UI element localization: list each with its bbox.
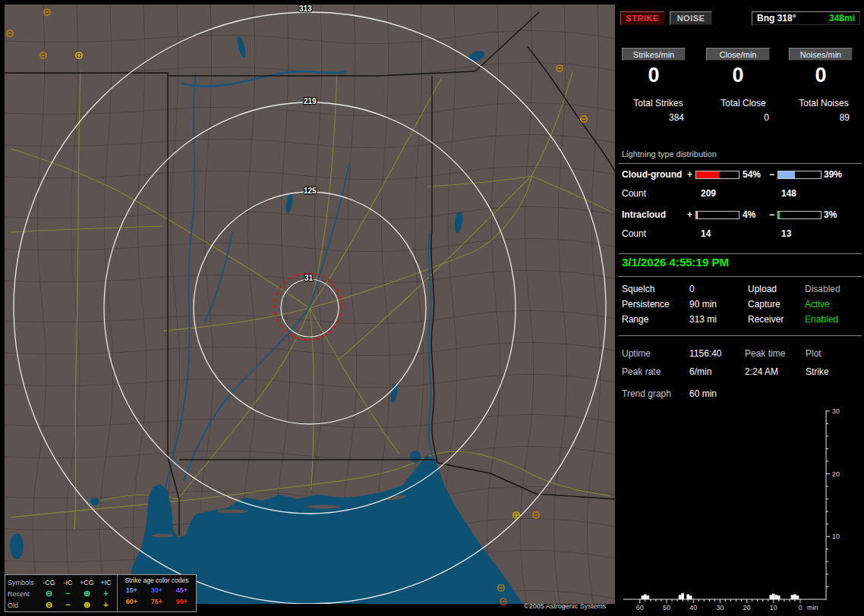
legend-age-row-old: 60+ 75+ 90+ — [119, 596, 194, 607]
svg-text:20: 20 — [832, 470, 840, 478]
strike-tab-button[interactable]: STRIKE — [620, 11, 664, 25]
peak-time-label: Peak time — [745, 348, 785, 359]
age-90: 90+ — [169, 598, 194, 605]
plus-sign: + — [687, 169, 692, 180]
squelch-value: 0 — [689, 284, 695, 294]
legend-col-neg-ic: -IC — [58, 579, 77, 586]
range-ring-label: 125 — [304, 187, 317, 195]
noise-tab-button[interactable]: NOISE — [670, 11, 712, 25]
svg-text:20: 20 — [743, 604, 751, 611]
trend-window-value: 60 min — [689, 388, 717, 399]
upload-label: Upload — [748, 284, 777, 294]
range-ring-label: 31 — [304, 274, 313, 282]
minus-sign: − — [769, 169, 774, 180]
svg-text:10: 10 — [832, 533, 840, 540]
close-per-min-value: 0 — [706, 64, 770, 86]
uptime-value: 1156:40 — [689, 348, 722, 359]
legend-age-row-recent: 15+ 30+ 45+ — [119, 584, 194, 596]
receiver-status: Enabled — [805, 314, 838, 325]
minus-sign: − — [769, 209, 774, 220]
clock-display: 3/1/2026 4:55:19 PM — [622, 256, 729, 269]
noises-per-min-value: 0 — [789, 64, 853, 86]
pos-ic-recent-icon: + — [96, 589, 115, 599]
range-label: Range — [622, 314, 648, 325]
neg-cg-old-icon: ⊖ — [39, 600, 58, 610]
noises-per-min-label: Noises/min — [789, 48, 853, 61]
divider — [619, 335, 862, 336]
svg-text:30: 30 — [716, 604, 724, 611]
peak-time-value: 2:24 AM — [745, 366, 778, 377]
legend-col-neg-cg: -CG — [39, 579, 58, 586]
plot-value: Strike — [806, 366, 829, 377]
total-close-value: 0 — [705, 112, 781, 123]
uptime-label: Uptime — [622, 348, 651, 359]
trend-bars — [642, 593, 799, 599]
bearing-value: Bng 318° — [757, 13, 796, 24]
ic-pos-bar-fill — [696, 212, 698, 218]
svg-text:40: 40 — [689, 604, 697, 611]
trend-axis-ticks — [640, 411, 830, 603]
svg-text:60: 60 — [636, 604, 644, 611]
svg-text:30: 30 — [832, 407, 840, 415]
map-legend: Symbols -CG -IC +CG +IC Recent ⊖ − ⊕ + O… — [5, 574, 197, 612]
pos-cg-old-icon: ⊕ — [77, 600, 96, 610]
control-panel: STRIKE NOISE Bng 318° 348mi Strikes/min … — [617, 0, 864, 616]
trend-graph: 1020306050403020100min — [617, 405, 862, 616]
legend-symbols-header: Symbols — [8, 579, 39, 586]
distribution-title: Lightning type distribution — [622, 149, 717, 159]
lightning-map[interactable]: 313 219 125 31 Symbols -CG -IC +CG +IC R… — [5, 5, 615, 611]
ic-neg-bar-fill — [778, 212, 780, 218]
range-ring-label: 219 — [304, 97, 317, 105]
ic-pos-count: 14 — [701, 228, 711, 239]
capture-status: Active — [805, 299, 830, 310]
svg-text:10: 10 — [770, 604, 777, 611]
receiver-label: Receiver — [748, 314, 784, 325]
age-30: 30+ — [144, 586, 169, 594]
persistence-label: Persistence — [622, 299, 670, 310]
copyright-text: ©2005 Astrogenic Systems — [524, 602, 606, 610]
legend-age-header: Strike age color codes — [119, 577, 194, 584]
divider — [619, 253, 862, 254]
total-noises-label: Total Noises — [786, 98, 862, 108]
ic-neg-pct: 3% — [824, 209, 837, 220]
total-strikes-label: Total Strikes — [620, 98, 696, 108]
persistence-value: 90 min — [689, 299, 717, 310]
divider — [619, 163, 862, 164]
map-svg — [5, 5, 615, 611]
cg-pos-bar — [695, 171, 739, 179]
svg-text:0: 0 — [798, 604, 802, 611]
legend-col-pos-ic: +IC — [96, 579, 115, 586]
pos-cg-recent-icon: ⊕ — [77, 589, 96, 599]
neg-ic-recent-icon: − — [58, 589, 77, 599]
cg-pos-count: 209 — [701, 188, 716, 199]
neg-ic-old-icon: − — [58, 600, 77, 610]
bearing-display: Bng 318° 348mi — [752, 11, 860, 25]
neg-cg-recent-icon: ⊖ — [39, 589, 58, 599]
total-strikes-value: 384 — [620, 112, 696, 123]
cg-neg-bar — [777, 171, 821, 179]
age-75: 75+ — [144, 598, 169, 605]
svg-text:50: 50 — [663, 604, 670, 611]
plot-label: Plot — [806, 348, 821, 359]
count-label: Count — [622, 188, 646, 199]
total-close-label: Total Close — [705, 98, 781, 108]
strikes-per-min-value: 0 — [622, 64, 686, 86]
peak-rate-value: 6/min — [689, 366, 711, 377]
trend-graph-label: Trend graph — [622, 388, 671, 399]
legend-age-section: Strike age color codes 15+ 30+ 45+ 60+ 7… — [117, 575, 196, 611]
ic-neg-count: 13 — [781, 228, 791, 239]
trend-axis-labels: 1020306050403020100min — [636, 407, 840, 611]
cg-neg-count: 148 — [781, 188, 796, 199]
cg-neg-pct: 39% — [824, 169, 842, 180]
svg-text:min: min — [807, 604, 818, 611]
squelch-label: Squelch — [622, 284, 654, 294]
legend-symbols-grid: Symbols -CG -IC +CG +IC Recent ⊖ − ⊕ + O… — [5, 575, 117, 611]
legend-col-pos-cg: +CG — [77, 579, 96, 586]
strikes-per-min-label: Strikes/min — [622, 48, 686, 61]
range-ring-label: 313 — [299, 5, 312, 13]
divider — [619, 276, 862, 277]
intracloud-label: Intracloud — [622, 209, 666, 220]
count-label: Count — [622, 228, 646, 239]
bearing-range: 348mi — [829, 13, 855, 24]
cg-neg-bar-fill — [778, 171, 795, 178]
